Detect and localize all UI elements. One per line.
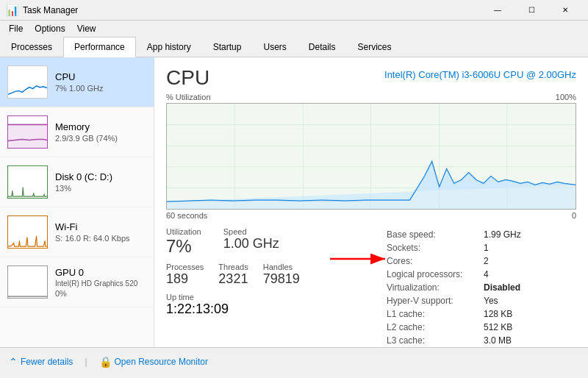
fewer-details-button[interactable]: ⌃ Fewer details <box>9 356 73 368</box>
gpu-usage: 0% <box>55 289 146 298</box>
tab-processes[interactable]: Processes <box>0 37 63 57</box>
handles-value: 79819 <box>263 271 300 287</box>
cpu-info: CPU 7% 1.00 GHz <box>55 71 146 93</box>
utilization-stat: Utilization 7% <box>166 227 201 257</box>
chevron-up-icon: ⌃ <box>9 356 18 368</box>
wifi-thumbnail <box>7 215 48 249</box>
sidebar-item-wifi[interactable]: Wi-Fi S: 16.0 R: 64.0 Kbps <box>0 207 154 257</box>
chart-time-row: 60 seconds 0 <box>166 211 576 220</box>
utilization-label: Utilization <box>166 227 201 236</box>
resource-monitor-icon: 🔒 <box>99 356 112 368</box>
stats-top: Utilization 7% Speed 1.00 GHz <box>166 227 378 257</box>
minimize-button[interactable]: — <box>481 0 514 21</box>
svg-rect-1 <box>8 166 47 198</box>
menu-options[interactable]: Options <box>29 22 71 35</box>
open-resource-monitor-button[interactable]: 🔒 Open Resource Monitor <box>99 356 208 368</box>
tab-services[interactable]: Services <box>347 37 403 57</box>
wifi-stat: S: 16.0 R: 64.0 Kbps <box>55 234 146 243</box>
app-icon: 📊 <box>6 4 18 16</box>
cpu-thumbnail <box>7 65 48 99</box>
detail-value: 1.99 GHz <box>484 229 575 240</box>
cpu-name: CPU <box>55 71 146 82</box>
cpu-stat: 7% 1.00 GHz <box>55 84 146 93</box>
speed-value: 1.00 GHz <box>223 236 279 252</box>
detail-label: Virtualization: <box>387 282 482 293</box>
threads-stat: Threads 2321 <box>218 263 248 287</box>
svg-rect-3 <box>8 266 47 298</box>
fewer-details-label: Fewer details <box>21 357 73 367</box>
detail-value: Yes <box>484 295 575 307</box>
disk-name: Disk 0 (C: D:) <box>55 171 146 182</box>
wifi-name: Wi-Fi <box>55 221 146 232</box>
stats-column: Utilization 7% Speed 1.00 GHz Processes … <box>166 227 378 347</box>
detail-label: L2 cache: <box>387 321 482 333</box>
details-row: L3 cache:3.0 MB <box>387 335 575 346</box>
disk-stat: 13% <box>55 184 146 193</box>
stats-mid: Processes 189 Threads 2321 Handles 79819 <box>166 263 378 287</box>
processes-value: 189 <box>166 271 204 287</box>
details-table: Base speed:1.99 GHzSockets:1Cores:2Logic… <box>385 227 576 347</box>
memory-name: Memory <box>55 121 146 132</box>
detail-label: Sockets: <box>387 242 482 254</box>
sidebar-item-disk[interactable]: Disk 0 (C: D:) 13% <box>0 157 154 207</box>
sidebar-item-memory[interactable]: Memory 2.9/3.9 GB (74%) <box>0 107 154 157</box>
tab-users[interactable]: Users <box>252 37 297 57</box>
details-row: Logical processors:4 <box>387 268 575 280</box>
speed-label: Speed <box>223 227 279 236</box>
detail-label: Hyper-V support: <box>387 295 482 307</box>
main-area: CPU 7% 1.00 GHz Memory 2.9/3.9 GB (74%) <box>0 57 588 347</box>
sidebar-item-gpu[interactable]: GPU 0 Intel(R) HD Graphics 520 0% <box>0 257 154 307</box>
detail-label: L1 cache: <box>387 308 482 320</box>
tab-details[interactable]: Details <box>298 37 347 57</box>
bottombar: ⌃ Fewer details | 🔒 Open Resource Monito… <box>0 347 588 375</box>
detail-value: 2 <box>484 255 575 267</box>
menubar: File Options View <box>0 21 588 37</box>
titlebar: 📊 Task Manager — ☐ ✕ <box>0 0 588 21</box>
detail-value: 1 <box>484 242 575 254</box>
sidebar-item-cpu[interactable]: CPU 7% 1.00 GHz <box>0 57 154 107</box>
chart-time-right: 0 <box>572 211 576 220</box>
detail-label: Logical processors: <box>387 268 482 280</box>
chart-time-left: 60 seconds <box>166 211 207 220</box>
handles-label: Handles <box>263 263 300 271</box>
stats-details-row: Utilization 7% Speed 1.00 GHz Processes … <box>166 227 576 347</box>
menu-file[interactable]: File <box>3 22 29 35</box>
cpu-model-label: Intel(R) Core(TM) i3-6006U CPU @ 2.00GHz <box>384 69 576 80</box>
detail-label: Cores: <box>387 255 482 267</box>
disk-thumbnail <box>7 165 48 199</box>
chart-y-max: 100% <box>556 93 576 101</box>
tab-bar: Processes Performance App history Startu… <box>0 37 588 57</box>
uptime-label: Up time <box>166 293 378 302</box>
threads-label: Threads <box>218 263 248 271</box>
separator: | <box>85 357 87 367</box>
content-panel: CPU Intel(R) Core(TM) i3-6006U CPU @ 2.0… <box>154 57 588 347</box>
close-button[interactable]: ✕ <box>548 0 582 21</box>
memory-stat: 2.9/3.9 GB (74%) <box>55 134 146 143</box>
window-title: Task Manager <box>23 5 481 15</box>
sidebar: CPU 7% 1.00 GHz Memory 2.9/3.9 GB (74%) <box>0 57 154 347</box>
wifi-info: Wi-Fi S: 16.0 R: 64.0 Kbps <box>55 221 146 243</box>
chart-label-row: % Utilization 100% <box>166 93 576 101</box>
disk-info: Disk 0 (C: D:) 13% <box>55 171 146 193</box>
processes-label: Processes <box>166 263 204 271</box>
gpu-stat: Intel(R) HD Graphics 520 <box>55 279 146 288</box>
detail-value: 128 KB <box>484 308 575 320</box>
utilization-value: 7% <box>166 236 201 257</box>
resource-monitor-label: Open Resource Monitor <box>115 357 208 367</box>
detail-value: 3.0 MB <box>484 335 575 346</box>
tab-performance[interactable]: Performance <box>63 37 136 57</box>
details-row: L1 cache:128 KB <box>387 308 575 320</box>
handles-stat: Handles 79819 <box>263 263 300 287</box>
tab-app-history[interactable]: App history <box>136 37 202 57</box>
content-header: CPU Intel(R) Core(TM) i3-6006U CPU @ 2.0… <box>166 66 576 90</box>
menu-view[interactable]: View <box>71 22 102 35</box>
maximize-button[interactable]: ☐ <box>514 0 548 21</box>
detail-label: Base speed: <box>387 229 482 240</box>
tab-startup[interactable]: Startup <box>202 37 253 57</box>
details-row: Hyper-V support:Yes <box>387 295 575 307</box>
chart-y-label: % Utilization <box>166 93 211 101</box>
uptime-section: Up time 1:22:13:09 <box>166 293 378 317</box>
memory-thumbnail <box>7 115 48 149</box>
window-controls: — ☐ ✕ <box>481 0 582 21</box>
svg-rect-0 <box>8 124 47 148</box>
